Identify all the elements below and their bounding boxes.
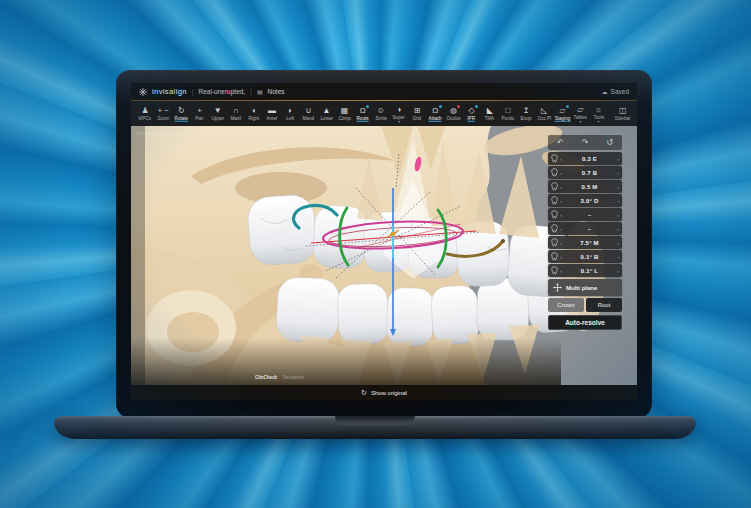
- decrease-button[interactable]: ‹: [560, 198, 562, 204]
- notes-button[interactable]: Notes: [268, 88, 285, 95]
- toolbar-item-tools[interactable]: ☼Tools▾: [590, 101, 608, 126]
- toolbar-item-pontic[interactable]: □Pontic: [499, 101, 517, 126]
- movement-value: –: [564, 212, 615, 218]
- toolbar-item-comp[interactable]: ▦Comp: [336, 101, 354, 126]
- 3d-viewport[interactable]: superimposition hiding ClinCheck Simulat…: [131, 126, 637, 385]
- increase-button[interactable]: ›: [617, 254, 619, 260]
- undo-icon[interactable]: ↶: [557, 139, 564, 147]
- reset-icon[interactable]: ↺: [606, 139, 613, 147]
- laptop-base: [54, 416, 696, 439]
- increase-button[interactable]: ›: [617, 268, 619, 274]
- lower-arch-icon: ▲: [323, 106, 331, 115]
- staging-icon: ▱: [559, 106, 565, 115]
- toolbar-item-roots[interactable]: ΩRoots: [354, 101, 372, 126]
- toolbar-item-smile[interactable]: ☺Smile: [372, 101, 390, 126]
- main-toolbar: ♟MPCs + −Zoom ↻Rotate +Pan ▼Upper ∩Maxil…: [131, 101, 637, 126]
- multi-plane-button[interactable]: Multi plane: [548, 279, 622, 296]
- toolbar-item-occlus[interactable]: ◍Occlus: [444, 101, 462, 126]
- toolbar-item-right[interactable]: ◖Right: [245, 101, 263, 126]
- toolbar-item-erupt[interactable]: ↥Erupt: [517, 101, 535, 126]
- toolbar-item-mpcs[interactable]: ♟MPCs: [136, 101, 154, 126]
- tables-icon: ▱: [577, 105, 583, 114]
- root-button[interactable]: Root: [586, 298, 622, 312]
- saved-label: Saved: [611, 88, 629, 95]
- increase-button[interactable]: ›: [617, 198, 619, 204]
- pan-icon: +: [197, 106, 202, 115]
- toolbar-item-attach[interactable]: ΩAttach: [426, 101, 444, 126]
- decrease-button[interactable]: ‹: [560, 170, 562, 176]
- movement-value: –: [564, 226, 615, 232]
- clincheck-watermark-text: Simulation: [283, 375, 305, 380]
- toolbar-item-tma[interactable]: ◣TMA: [481, 101, 499, 126]
- multi-plane-label: Multi plane: [566, 285, 597, 291]
- increase-button[interactable]: ›: [617, 212, 619, 218]
- toolbar-item-rotate[interactable]: ↻Rotate: [172, 101, 190, 126]
- notes-icon: ▤: [257, 88, 263, 95]
- sidebar-icon: ◫: [619, 106, 627, 115]
- movement-value: 0.3 E: [564, 156, 615, 162]
- toolbar-item-zoom[interactable]: + −Zoom: [154, 101, 172, 126]
- decrease-button[interactable]: ‹: [560, 212, 562, 218]
- left-view-icon: ◗: [288, 106, 293, 115]
- toolbar-item-staging[interactable]: ▱Staging: [553, 101, 571, 126]
- toolbar-item-mand[interactable]: ∪Mand: [299, 101, 317, 126]
- toolbar-item-left[interactable]: ◗Left: [281, 101, 299, 126]
- decrease-button[interactable]: ‹: [560, 226, 562, 232]
- toolbar-item-tables[interactable]: ▱Tables▾: [571, 101, 589, 126]
- occlusal-plane-icon: ◺: [541, 106, 547, 115]
- angulation-icon: [551, 238, 558, 247]
- toolbar-item-anter[interactable]: ▬Anter: [263, 101, 281, 126]
- chevron-down-icon: ▾: [579, 120, 581, 123]
- decrease-button[interactable]: ‹: [560, 254, 562, 260]
- laptop-screen-shell: invisalign | Real-unerupted, | ▤ Notes ☁…: [116, 70, 652, 418]
- tools-icon: ☼: [595, 105, 602, 114]
- decrease-button[interactable]: ‹: [560, 268, 562, 274]
- movement-row-inclination: ‹ 0.1° B ›: [548, 250, 622, 263]
- movement-row-torque: ‹ 0.1° L ›: [548, 264, 622, 277]
- blue-burst-background: invisalign | Real-unerupted, | ▤ Notes ☁…: [0, 0, 751, 508]
- toolbar-item-lower[interactable]: ▲Lower: [317, 101, 335, 126]
- toolbar-item-grid[interactable]: ⊞Grid: [408, 101, 426, 126]
- movement-icon: [551, 224, 558, 233]
- toolbar-item-occ-pl[interactable]: ◺Occ Pl: [535, 101, 553, 126]
- toolbar-item-sidebar[interactable]: ◫Sidebar: [614, 101, 632, 126]
- redo-icon[interactable]: ↷: [582, 139, 589, 147]
- toolbar-item-pan[interactable]: +Pan: [190, 101, 208, 126]
- increase-button[interactable]: ›: [617, 170, 619, 176]
- show-original-button[interactable]: ↻ Show original: [131, 385, 637, 400]
- mpcs-icon: ♟: [141, 106, 148, 115]
- tooth-movement-panel: ↶ ↷ ↺ ‹ 0.3 E › ‹ 0.7 B ›: [548, 135, 622, 330]
- toolbar-item-ipr[interactable]: ◇IPR: [463, 101, 481, 126]
- attachments-icon: Ω: [432, 106, 438, 115]
- ipr-icon: ◇: [469, 106, 475, 115]
- movement-row-5: ‹ – ›: [548, 208, 622, 221]
- translation-buccal-icon: [551, 168, 558, 177]
- movement-row-rotation: ‹ 3.0° D ›: [548, 194, 622, 207]
- increase-button[interactable]: ›: [617, 184, 619, 190]
- toolbar-item-super[interactable]: ◑Super▾: [390, 101, 408, 126]
- clincheck-watermark: ClinCheck: [255, 375, 278, 380]
- pontic-icon: □: [505, 106, 510, 115]
- inclination-icon: [551, 252, 558, 261]
- crown-root-toggle: Crown Root: [548, 298, 622, 312]
- decrease-button[interactable]: ‹: [560, 156, 562, 162]
- extrusion-icon: [551, 154, 558, 163]
- decrease-button[interactable]: ‹: [560, 240, 562, 246]
- increase-button[interactable]: ›: [617, 156, 619, 162]
- titlebar-separator: |: [192, 88, 194, 95]
- toolbar-item-maxil[interactable]: ∩Maxil: [227, 101, 245, 126]
- movement-icon: [551, 210, 558, 219]
- toolbar-item-upper[interactable]: ▼Upper: [209, 101, 227, 126]
- increase-button[interactable]: ›: [617, 240, 619, 246]
- movement-value: 3.0° D: [564, 198, 615, 204]
- brand-name: invisalign: [152, 87, 187, 96]
- movement-value: 0.1° B: [564, 254, 615, 260]
- crown-button[interactable]: Crown: [548, 298, 584, 312]
- smile-icon: ☺: [377, 106, 385, 115]
- case-name-label: Real-unerupted,: [199, 88, 246, 95]
- auto-resolve-button[interactable]: Auto-resolve: [548, 315, 622, 330]
- increase-button[interactable]: ›: [617, 226, 619, 232]
- occlusal-contacts-icon: ◍: [450, 106, 457, 115]
- movement-value: 0.1° L: [564, 268, 615, 274]
- decrease-button[interactable]: ‹: [560, 184, 562, 190]
